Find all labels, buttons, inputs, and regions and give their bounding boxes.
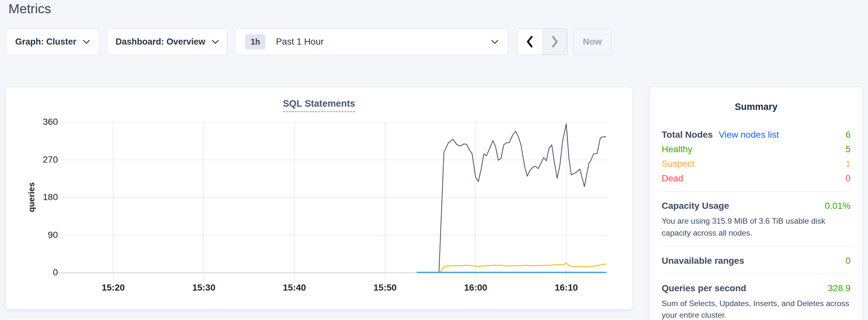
summary-title: Summary bbox=[662, 101, 850, 112]
time-range-label: Past 1 Hour bbox=[276, 36, 485, 47]
queries-per-second-description: Sum of Selects, Updates, Inserts, and De… bbox=[662, 298, 850, 320]
x-tick-label: 15:40 bbox=[269, 283, 320, 293]
unavailable-ranges-value: 0 bbox=[845, 256, 850, 266]
graph-dropdown-label: Graph: Cluster bbox=[15, 37, 76, 47]
x-tick-label: 16:00 bbox=[450, 283, 502, 293]
capacity-usage-row: Capacity Usage 0.01% bbox=[662, 201, 850, 212]
y-tick-label: 360 bbox=[6, 117, 58, 127]
x-tick-label: 15:50 bbox=[359, 283, 411, 293]
dead-nodes-row: Dead 0 bbox=[662, 173, 850, 184]
queries-per-second-label: Queries per second bbox=[662, 283, 746, 293]
dead-label: Dead bbox=[662, 173, 683, 184]
view-nodes-list-link[interactable]: View nodes list bbox=[719, 130, 779, 140]
chevron-right-icon bbox=[552, 36, 558, 47]
chart-title[interactable]: SQL Statements bbox=[283, 98, 355, 112]
page-title: Metrics bbox=[8, 1, 51, 17]
y-tick-label: 90 bbox=[6, 230, 58, 240]
y-tick-label: 180 bbox=[6, 192, 58, 202]
divider bbox=[662, 246, 850, 247]
summary-panel: Summary Total Nodes View nodes list 6 He… bbox=[650, 87, 862, 320]
unavailable-ranges-label: Unavailable ranges bbox=[662, 256, 744, 266]
capacity-usage-value: 0.01% bbox=[825, 201, 850, 211]
healthy-value: 5 bbox=[845, 144, 850, 155]
dashboard-dropdown-label: Dashboard: Overview bbox=[116, 37, 205, 47]
divider bbox=[662, 191, 850, 192]
healthy-nodes-row: Healthy 5 bbox=[662, 144, 850, 155]
total-nodes-label: Total Nodes bbox=[662, 130, 713, 140]
queries-per-second-row: Queries per second 328.9 bbox=[662, 283, 850, 294]
sql-statements-plot[interactable] bbox=[6, 87, 632, 309]
chart-line-series-2 bbox=[439, 263, 606, 273]
prev-timewindow-button[interactable] bbox=[518, 29, 542, 55]
time-pager bbox=[517, 28, 567, 55]
x-tick-label: 15:20 bbox=[87, 283, 139, 293]
chevron-down-icon bbox=[212, 40, 219, 44]
time-range-selector[interactable]: 1h Past 1 Hour bbox=[235, 28, 508, 55]
chevron-left-icon bbox=[526, 36, 533, 47]
y-tick-label: 270 bbox=[6, 155, 58, 165]
graph-dropdown[interactable]: Graph: Cluster bbox=[6, 28, 99, 55]
sql-statements-chart-card: SQL Statements queries 36027018090015:20… bbox=[6, 87, 632, 309]
y-tick-label: 0 bbox=[6, 267, 58, 278]
unavailable-ranges-row: Unavailable ranges 0 bbox=[662, 256, 850, 267]
healthy-label: Healthy bbox=[662, 144, 692, 155]
chevron-down-icon bbox=[491, 40, 498, 44]
queries-per-second-value: 328.9 bbox=[828, 283, 850, 293]
suspect-value: 1 bbox=[845, 159, 850, 169]
dead-value: 0 bbox=[845, 173, 850, 184]
now-button[interactable]: Now bbox=[574, 28, 611, 55]
chart-line-series-1 bbox=[439, 124, 606, 273]
time-range-badge: 1h bbox=[245, 34, 266, 50]
x-tick-label: 16:10 bbox=[540, 283, 592, 293]
divider bbox=[662, 274, 850, 274]
chevron-down-icon bbox=[83, 40, 90, 44]
total-nodes-row: Total Nodes View nodes list 6 bbox=[662, 130, 850, 140]
total-nodes-value: 6 bbox=[845, 130, 850, 140]
capacity-usage-description: You are using 315.9 MiB of 3.6 TiB usabl… bbox=[662, 215, 850, 239]
next-timewindow-button[interactable] bbox=[542, 29, 567, 55]
dashboard-dropdown[interactable]: Dashboard: Overview bbox=[107, 28, 227, 55]
next-chart-card-partial bbox=[6, 318, 632, 320]
x-tick-label: 15:30 bbox=[178, 283, 229, 293]
suspect-label: Suspect bbox=[662, 159, 694, 169]
suspect-nodes-row: Suspect 1 bbox=[662, 159, 850, 170]
capacity-usage-label: Capacity Usage bbox=[662, 201, 729, 211]
